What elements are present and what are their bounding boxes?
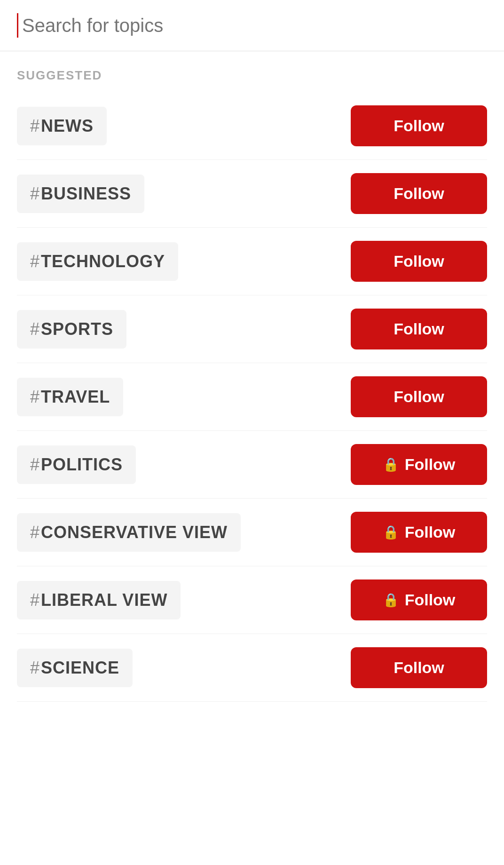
topic-tag-text-news: #NEWS xyxy=(30,116,94,136)
topic-tag-sports: #SPORTS xyxy=(17,310,126,349)
topic-tag-technology: #TECHNOLOGY xyxy=(17,242,178,281)
lock-icon: 🔒 xyxy=(383,592,399,608)
topic-tag-text-business: #BUSINESS xyxy=(30,184,131,204)
search-cursor xyxy=(17,13,18,38)
follow-button-news[interactable]: Follow xyxy=(351,105,487,146)
topic-row-politics: #POLITICS🔒Follow xyxy=(17,431,487,499)
topic-row-technology: #TECHNOLOGYFollow xyxy=(17,228,487,295)
follow-label-science: Follow xyxy=(394,659,444,677)
topic-tag-politics: #POLITICS xyxy=(17,445,136,484)
follow-button-business[interactable]: Follow xyxy=(351,173,487,214)
hash-symbol: # xyxy=(30,252,40,271)
follow-button-technology[interactable]: Follow xyxy=(351,241,487,282)
follow-button-science[interactable]: Follow xyxy=(351,647,487,688)
follow-label-liberal-view: Follow xyxy=(405,591,456,609)
lock-icon: 🔒 xyxy=(383,524,399,540)
follow-button-conservative-view[interactable]: 🔒Follow xyxy=(351,512,487,553)
topic-tag-news: #NEWS xyxy=(17,107,107,145)
follow-label-conservative-view: Follow xyxy=(405,523,456,541)
topic-row-business: #BUSINESSFollow xyxy=(17,160,487,228)
topic-row-news: #NEWSFollow xyxy=(17,92,487,160)
follow-button-liberal-view[interactable]: 🔒Follow xyxy=(351,579,487,620)
follow-label-travel: Follow xyxy=(394,388,444,406)
hash-symbol: # xyxy=(30,184,40,203)
topic-tag-text-conservative-view: #CONSERVATIVE VIEW xyxy=(30,523,228,542)
topic-tag-science: #SCIENCE xyxy=(17,649,133,687)
topic-tag-text-sports: #SPORTS xyxy=(30,319,113,339)
follow-button-politics[interactable]: 🔒Follow xyxy=(351,444,487,485)
follow-label-sports: Follow xyxy=(394,320,444,338)
topic-tag-text-liberal-view: #LIBERAL VIEW xyxy=(30,590,167,610)
lock-icon: 🔒 xyxy=(383,457,399,472)
follow-button-sports[interactable]: Follow xyxy=(351,309,487,349)
topic-row-liberal-view: #LIBERAL VIEW🔒Follow xyxy=(17,566,487,634)
topic-tag-text-travel: #TRAVEL xyxy=(30,387,110,407)
topic-row-sports: #SPORTSFollow xyxy=(17,295,487,363)
topic-tag-liberal-view: #LIBERAL VIEW xyxy=(17,581,181,619)
topic-row-conservative-view: #CONSERVATIVE VIEW🔒Follow xyxy=(17,499,487,566)
hash-symbol: # xyxy=(30,455,40,474)
hash-symbol: # xyxy=(30,116,40,135)
search-input[interactable] xyxy=(22,15,487,36)
topic-tag-travel: #TRAVEL xyxy=(17,378,123,416)
follow-button-travel[interactable]: Follow xyxy=(351,376,487,417)
topic-row-travel: #TRAVELFollow xyxy=(17,363,487,431)
topic-tag-text-technology: #TECHNOLOGY xyxy=(30,252,165,271)
hash-symbol: # xyxy=(30,658,40,677)
hash-symbol: # xyxy=(30,319,40,339)
topic-row-science: #SCIENCEFollow xyxy=(17,634,487,702)
hash-symbol: # xyxy=(30,387,40,406)
follow-label-politics: Follow xyxy=(405,455,456,474)
topic-tag-conservative-view: #CONSERVATIVE VIEW xyxy=(17,513,241,552)
hash-symbol: # xyxy=(30,590,40,610)
topics-list: #NEWSFollow#BUSINESSFollow#TECHNOLOGYFol… xyxy=(0,92,504,702)
hash-symbol: # xyxy=(30,523,40,542)
follow-label-technology: Follow xyxy=(394,252,444,270)
section-label: SUGGESTED xyxy=(0,51,504,92)
search-bar[interactable] xyxy=(0,0,504,51)
topic-tag-text-politics: #POLITICS xyxy=(30,455,123,475)
follow-label-business: Follow xyxy=(394,184,444,203)
topic-tag-text-science: #SCIENCE xyxy=(30,658,119,678)
topic-tag-business: #BUSINESS xyxy=(17,175,144,213)
follow-label-news: Follow xyxy=(394,117,444,135)
